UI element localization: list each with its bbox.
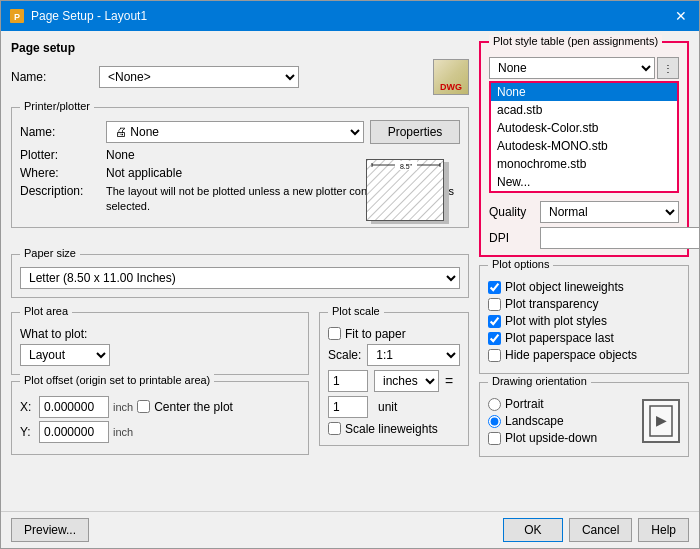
y-offset-row: Y: inch [20,421,300,443]
center-plot-label: Center the plot [154,400,233,414]
style-table-content: None ⋮ None acad.stb Autodesk-Color.stb … [489,57,679,249]
dropdown-item-monochrome[interactable]: monochrome.stb [491,155,677,173]
paper-hatch-svg: 8.5" [367,160,444,221]
landscape-radio[interactable] [488,415,501,428]
portrait-radio[interactable] [488,398,501,411]
equals-sign: = [445,373,453,389]
paper-preview: 8.5" [364,157,459,237]
x-input[interactable] [39,396,109,418]
inches-select[interactable]: inches [374,370,439,392]
name-label: Name: [11,70,91,84]
footer-right: OK Cancel Help [503,518,689,542]
what-to-plot-label: What to plot: [20,327,300,341]
close-button[interactable]: ✕ [671,6,691,26]
help-button[interactable]: Help [638,518,689,542]
plot-transparency-label: Plot transparency [505,297,598,311]
plot-paperspace-last-checkbox[interactable] [488,332,501,345]
dwg-icon: DWG [433,59,469,95]
cancel-button[interactable]: Cancel [569,518,632,542]
style-table-edit-button[interactable]: ⋮ [657,57,679,79]
svg-text:P: P [14,12,20,22]
printer-name-select[interactable]: 🖨 None [106,121,364,143]
scale-label: Scale: [328,348,361,362]
what-to-plot-select[interactable]: Layout [20,344,110,366]
offset-rows: X: inch Center the plot Y: inch [20,396,300,443]
page-setup-label: Page setup [11,41,469,55]
plot-options-group: Plot options Plot object lineweights Plo… [479,265,689,374]
hide-paperspace-label: Hide paperspace objects [505,348,637,362]
plot-obj-lineweights-label: Plot object lineweights [505,280,624,294]
landscape-row: Landscape [488,414,597,428]
printer-name-row: Name: 🖨 None Properties [20,120,460,144]
preview-button[interactable]: Preview... [11,518,89,542]
what-to-plot-row: What to plot: Layout [20,327,300,366]
scale-value2-input[interactable] [328,396,368,418]
drawing-orientation-title: Drawing orientation [488,375,591,387]
hide-paperspace-checkbox[interactable] [488,349,501,362]
plot-style-table-title: Plot style table (pen assignments) [489,35,662,47]
dpi-input[interactable] [540,227,699,249]
fit-to-paper-row: Fit to paper [328,327,460,341]
dropdown-item-autodesk-color[interactable]: Autodesk-Color.stb [491,119,677,137]
plot-scale-container: Plot scale Fit to paper Scale: 1:1 [319,312,469,455]
dialog-body: Page setup Name: <None> DWG Printer/plot… [1,31,699,511]
scale-select[interactable]: 1:1 [367,344,460,366]
portrait-row: Portrait [488,397,597,411]
orientation-icon: ▶ [649,405,673,437]
dropdown-item-none[interactable]: None [491,83,677,101]
style-table-select[interactable]: None [489,57,655,79]
svg-text:8.5": 8.5" [400,163,413,170]
dpi-label: DPI [489,231,534,245]
portrait-label: Portrait [505,397,544,411]
quality-select[interactable]: Normal [540,201,679,223]
dialog-footer: Preview... OK Cancel Help [1,511,699,548]
plot-with-styles-label: Plot with plot styles [505,314,607,328]
x-unit: inch [113,401,133,413]
x-offset-row: X: inch Center the plot [20,396,300,418]
plot-obj-lineweights-checkbox[interactable] [488,281,501,294]
page-setup-section: Page setup Name: <None> DWG [11,41,469,95]
plot-scale-title: Plot scale [328,305,384,317]
style-dropdown-row: None ⋮ [489,57,679,79]
svg-text:▶: ▶ [656,412,667,428]
scale-value1-input[interactable] [328,370,368,392]
plot-options-content: Plot object lineweights Plot transparenc… [488,280,680,362]
plot-with-styles-checkbox[interactable] [488,315,501,328]
y-input[interactable] [39,421,109,443]
paper-size-select[interactable]: Letter (8.50 x 11.00 Inches) [20,267,460,289]
plot-with-styles-row: Plot with plot styles [488,314,680,328]
plot-style-table-group: Plot style table (pen assignments) None … [479,41,689,257]
scale-lineweights-label: Scale lineweights [345,422,438,436]
orientation-icon-container: ▶ [642,399,680,443]
paper-size-group: Paper size Letter (8.50 x 11.00 Inches) [11,254,469,298]
plot-offset-title: Plot offset (origin set to printable are… [20,374,214,386]
quality-label: Quality [489,205,534,219]
fit-to-paper-checkbox[interactable] [328,327,341,340]
printer-plotter-title: Printer/plotter [20,100,94,112]
landscape-label: Landscape [505,414,564,428]
plot-area-group: Plot area What to plot: Layout [11,312,309,375]
scale-row: Scale: 1:1 [328,344,460,366]
style-dropdown-list: None acad.stb Autodesk-Color.stb Autodes… [489,81,679,193]
upside-down-checkbox[interactable] [488,432,501,445]
scale-lineweights-row: Scale lineweights [328,422,460,436]
ok-button[interactable]: OK [503,518,563,542]
scale-lineweights-checkbox[interactable] [328,422,341,435]
dropdown-item-autodesk-mono[interactable]: Autodesk-MONO.stb [491,137,677,155]
plot-transparency-checkbox[interactable] [488,298,501,311]
quality-row: Quality Normal [489,201,679,223]
center-plot-checkbox[interactable] [137,400,150,413]
name-row: Name: <None> DWG [11,59,469,95]
printer-name-label: Name: [20,125,100,139]
properties-button[interactable]: Properties [370,120,460,144]
dropdown-item-acad[interactable]: acad.stb [491,101,677,119]
plot-area-offset: Plot area What to plot: Layout Plot offs… [11,312,309,455]
left-panel: Page setup Name: <None> DWG Printer/plot… [11,41,469,501]
name-select[interactable]: <None> [99,66,299,88]
dropdown-item-new[interactable]: New... [491,173,677,191]
plot-offset-group: Plot offset (origin set to printable are… [11,381,309,455]
plot-transparency-row: Plot transparency [488,297,680,311]
scale-content: Fit to paper Scale: 1:1 [328,327,460,436]
plot-paperspace-last-row: Plot paperspace last [488,331,680,345]
plot-options-title: Plot options [488,258,553,270]
